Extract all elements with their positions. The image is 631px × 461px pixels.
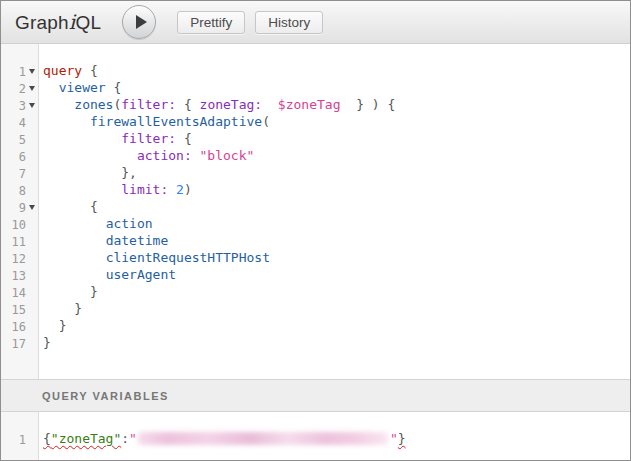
token-ws <box>43 284 90 299</box>
line-number-label: 6 <box>5 150 26 164</box>
token-ws <box>340 97 356 112</box>
execute-button[interactable] <box>122 5 156 39</box>
line-number-gutter: 1234567891011121314151617 <box>1 44 39 379</box>
token-punc: { <box>106 80 122 95</box>
token-ws <box>192 148 200 163</box>
play-icon <box>136 15 147 29</box>
code-line[interactable]: }, <box>39 165 630 182</box>
fold-marker-icon[interactable] <box>26 199 37 216</box>
fold-marker-empty <box>26 131 37 148</box>
chevron-down-icon <box>29 86 35 91</box>
variables-line[interactable]: {"zoneTag":""} <box>39 431 630 448</box>
code-line[interactable]: clientRequestHTTPHost <box>39 250 630 267</box>
line-number: 3 <box>1 97 38 114</box>
fold-marker-empty <box>26 216 37 233</box>
fold-marker-empty <box>26 165 37 182</box>
prettify-button[interactable]: Prettify <box>177 11 245 34</box>
line-number-label: 11 <box>5 235 26 249</box>
token-prop: clientRequestHTTPHost <box>106 250 270 265</box>
token-str: " <box>129 431 137 446</box>
line-number: 17 <box>1 335 38 352</box>
code-line[interactable]: } <box>39 284 630 301</box>
line-number-label: 4 <box>5 116 26 130</box>
line-number: 13 <box>1 267 38 284</box>
query-variables-header[interactable]: QUERY VARIABLES <box>1 379 630 412</box>
token-punc: : <box>121 431 129 446</box>
code-line[interactable]: userAgent <box>39 267 630 284</box>
line-number: 1 <box>1 63 38 80</box>
line-number-label: 9 <box>5 201 26 215</box>
code-line[interactable]: action <box>39 216 630 233</box>
line-number-label: 7 <box>5 167 26 181</box>
code-line[interactable]: datetime <box>39 233 630 250</box>
query-editor: 1234567891011121314151617 query { viewer… <box>1 44 630 379</box>
code-line[interactable]: filter: { <box>39 131 630 148</box>
fold-marker-icon[interactable] <box>26 97 37 114</box>
token-punc: } <box>398 431 406 446</box>
line-number-label: 1 <box>5 65 26 79</box>
token-punc: } <box>74 301 82 316</box>
code-line[interactable]: firewallEventsAdaptive( <box>39 114 630 131</box>
fold-marker-empty <box>26 233 37 250</box>
code-line[interactable]: action: "block" <box>39 148 630 165</box>
app-title: GraphiQL <box>15 10 101 34</box>
token-punc: { <box>176 97 199 112</box>
fold-marker-empty <box>26 250 37 267</box>
code-line[interactable]: viewer { <box>39 80 630 97</box>
token-var: $zoneTag <box>278 97 341 112</box>
variables-code-area[interactable]: {"zoneTag":""} <box>39 412 630 460</box>
line-number: 5 <box>1 131 38 148</box>
line-number-label: 2 <box>5 82 26 96</box>
token-key: "zoneTag" <box>51 431 121 446</box>
app-title-pre: Graph <box>15 12 69 33</box>
fold-marker-icon[interactable] <box>26 80 37 97</box>
fold-marker-empty <box>26 318 37 335</box>
token-attr: limit: <box>121 182 168 197</box>
query-code-area[interactable]: query { viewer { zones(filter: { zoneTag… <box>39 44 630 379</box>
token-str: " <box>390 431 398 446</box>
line-number-label: 5 <box>5 133 26 147</box>
fold-marker-empty <box>26 114 37 131</box>
code-line[interactable]: } <box>39 301 630 318</box>
toolbar: GraphiQL Prettify History <box>1 1 630 44</box>
token-punc: } <box>90 284 98 299</box>
token-attr: action: <box>137 148 192 163</box>
line-number-label: 14 <box>5 286 26 300</box>
variables-editor: 1 {"zoneTag":""} <box>1 412 630 460</box>
line-number-label: 12 <box>5 252 26 266</box>
code-line[interactable]: } <box>39 335 630 352</box>
token-ws <box>43 165 121 180</box>
line-number: 7 <box>1 165 38 182</box>
line-number-label: 15 <box>5 303 26 317</box>
line-number: 15 <box>1 301 38 318</box>
code-line[interactable]: zones(filter: { zoneTag: $zoneTag } ) { <box>39 97 630 114</box>
token-ws <box>168 182 176 197</box>
token-punc: { <box>82 63 98 78</box>
token-punc: { <box>43 431 51 446</box>
token-ws <box>43 301 74 316</box>
line-number: 1 <box>1 431 38 448</box>
code-line[interactable]: { <box>39 199 630 216</box>
line-number-label: 16 <box>5 320 26 334</box>
code-line[interactable]: query { <box>39 63 630 80</box>
history-button[interactable]: History <box>255 11 323 34</box>
token-attr: filter: <box>121 97 176 112</box>
token-ws <box>43 80 59 95</box>
token-prop: viewer <box>59 80 106 95</box>
token-ws <box>43 318 59 333</box>
token-str: "block" <box>200 148 255 163</box>
line-number: 8 <box>1 182 38 199</box>
line-number: 14 <box>1 284 38 301</box>
token-punc: { <box>176 131 192 146</box>
redacted-zone-tag-value <box>138 432 388 445</box>
code-line[interactable]: limit: 2) <box>39 182 630 199</box>
token-num: 2 <box>176 182 184 197</box>
line-number: 2 <box>1 80 38 97</box>
code-line[interactable]: } <box>39 318 630 335</box>
token-punc: } <box>59 318 67 333</box>
chevron-down-icon <box>29 205 35 210</box>
fold-marker-icon[interactable] <box>26 63 37 80</box>
graphiql-app: GraphiQL Prettify History 12345678910111… <box>0 0 631 461</box>
token-prop: userAgent <box>106 267 176 282</box>
variables-gutter: 1 <box>1 412 39 460</box>
